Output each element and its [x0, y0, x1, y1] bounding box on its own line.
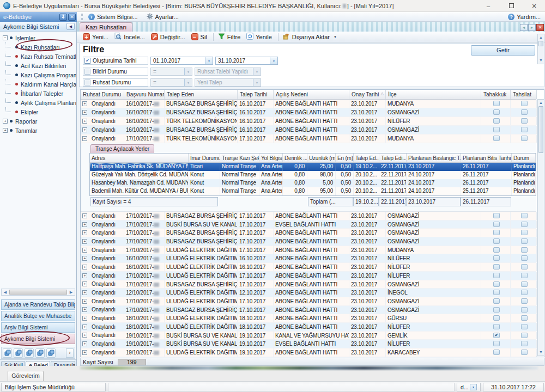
- delete-button[interactable]: − Sil: [190, 33, 210, 41]
- checkbox-unchecked-icon[interactable]: [84, 69, 90, 75]
- column-header[interactable]: Onay Tarihi△: [349, 90, 386, 99]
- tab-scroll-right-icon[interactable]: ►: [528, 24, 536, 31]
- detail-column-header[interactable]: Adres: [90, 154, 189, 162]
- scroll-up-icon[interactable]: ▲: [538, 100, 544, 106]
- row-expand-icon[interactable]: −: [82, 136, 87, 141]
- table-row[interactable]: +Onaylandı16/10/2017-BURSAGAZ BURSA ŞEHİ…: [81, 126, 536, 134]
- collapse-left-icon[interactable]: ◀: [66, 23, 75, 30]
- table-row[interactable]: +Onaylandı17/10/2017-BURSAGAZ BURSA ŞEHİ…: [81, 280, 536, 289]
- module-cube-icon[interactable]: [35, 348, 45, 358]
- edit-button[interactable]: Değiştir...: [149, 33, 189, 41]
- detail-column-header[interactable]: Tranşe Kazı Şekli: [220, 154, 259, 162]
- tahakkuk-checkbox[interactable]: [493, 213, 500, 218]
- sidebar-close-icon[interactable]: ✕: [68, 14, 76, 21]
- table-row[interactable]: +Onaylandı16/10/2017-BURSAGAZ BURSA ŞEHİ…: [81, 108, 536, 117]
- column-header[interactable]: Ruhsat Durumu: [81, 90, 124, 99]
- row-expand-icon[interactable]: +: [82, 324, 87, 329]
- tahakkuk-checkbox[interactable]: [493, 127, 500, 132]
- date-from-combo[interactable]: 01.10.2017 ▼: [150, 57, 213, 65]
- tahsilat-checkbox[interactable]: [521, 230, 528, 235]
- module-cube-icon[interactable]: [3, 348, 12, 358]
- scroll-up-icon[interactable]: ▲: [538, 34, 544, 41]
- tahsilat-checkbox[interactable]: [521, 281, 528, 287]
- row-expand-icon[interactable]: +: [82, 299, 87, 304]
- tahakkuk-checkbox[interactable]: [493, 264, 500, 270]
- tahsilat-checkbox[interactable]: [521, 213, 528, 218]
- tree-item[interactable]: Aylık Çalışma Planları: [3, 98, 76, 107]
- tahakkuk-checkbox[interactable]: [493, 255, 500, 261]
- table-row[interactable]: +Onaylandı17/10/2017-BURSAGAZ BURSA ŞEHİ…: [81, 229, 536, 237]
- export-button[interactable]: Dışarıya Aktar ▼: [281, 32, 340, 41]
- tahakkuk-checkbox[interactable]: ✔: [493, 333, 500, 338]
- sidebar-panel-item[interactable]: Analitik Bütçe ve Muhasebe: [1, 311, 75, 321]
- row-expand-icon[interactable]: +: [82, 119, 87, 124]
- tahakkuk-checkbox[interactable]: [493, 341, 500, 346]
- detail-column-header[interactable]: Derinlik ...: [283, 154, 307, 162]
- scroll-right-icon[interactable]: ▶: [68, 290, 75, 295]
- table-row[interactable]: −Onaylandı17/10/2017-TÜRK TELEKOMÜNİKASY…: [81, 134, 536, 143]
- dropdown-icon[interactable]: ▼: [270, 57, 277, 64]
- minimize-button[interactable]: –: [483, 1, 494, 11]
- detail-column-header[interactable]: İmar Durumu: [189, 154, 220, 162]
- column-header[interactable]: Açılış Nedeni: [274, 90, 349, 99]
- detail-column-header[interactable]: Yol Bilgisi: [259, 154, 283, 162]
- tree-item[interactable]: −İşlemler: [3, 33, 76, 42]
- filter-button[interactable]: Filtre: [216, 33, 244, 41]
- tahsilat-checkbox[interactable]: [521, 247, 528, 253]
- tree-expander-icon[interactable]: +: [3, 128, 8, 133]
- sidebar-panel-item[interactable]: Aykome Bilgi Sistemi: [1, 334, 75, 344]
- sidebar-panel-item[interactable]: Ajanda ve Randevu Takip Bilgi Siste: [1, 299, 75, 310]
- tahsilat-checkbox[interactable]: [521, 290, 528, 295]
- tahsilat-checkbox[interactable]: [521, 324, 528, 329]
- detail-column-header[interactable]: Talep Edi...: [379, 154, 407, 162]
- column-header[interactable]: İlçe: [386, 90, 481, 99]
- tahsilat-checkbox[interactable]: [521, 222, 528, 227]
- row-expand-icon[interactable]: +: [82, 256, 87, 261]
- tahsilat-checkbox[interactable]: [521, 238, 528, 244]
- inspect-button[interactable]: İncele...: [113, 32, 148, 41]
- table-row[interactable]: +Onaylandı16/10/2017-ULUDAĞ ELEKTRİK DAĞ…: [81, 254, 536, 263]
- tahsilat-checkbox[interactable]: [521, 264, 528, 270]
- column-header[interactable]: Talep Eden: [165, 90, 238, 99]
- dropdown-icon[interactable]: ▼: [470, 384, 477, 390]
- detail-row[interactable]: Halitpaşa Mah. Fabrika Sk. MUDANYA / BU.…: [90, 163, 536, 171]
- tree-item[interactable]: Kazı Ruhsatları: [3, 42, 76, 52]
- checkbox-unchecked-icon[interactable]: [84, 79, 90, 85]
- dropdown-icon[interactable]: ▼: [205, 57, 213, 64]
- detail-column-header[interactable]: Uzunluk (m): [307, 154, 336, 162]
- tree-item[interactable]: Kazı Ruhsatı Teminatları: [3, 52, 76, 61]
- column-header[interactable]: Tahakkuk: [481, 90, 511, 99]
- tahsilat-checkbox[interactable]: [521, 307, 528, 313]
- row-expand-icon[interactable]: +: [82, 273, 87, 278]
- row-expand-icon[interactable]: +: [82, 341, 87, 346]
- tasks-tab[interactable]: Görevlerim: [8, 371, 44, 381]
- tahsilat-checkbox[interactable]: [521, 333, 528, 338]
- row-expand-icon[interactable]: +: [82, 307, 87, 312]
- module-cube-icon[interactable]: [46, 348, 56, 358]
- scroll-down-icon[interactable]: ▼: [538, 349, 544, 356]
- sidebar-horizontal-scrollbar[interactable]: ◀ ▶: [1, 289, 75, 296]
- tahakkuk-checkbox[interactable]: [493, 118, 500, 124]
- tahsilat-checkbox[interactable]: [521, 127, 528, 132]
- filter-scrollbar[interactable]: ▲ ▼: [537, 34, 544, 64]
- tree-item[interactable]: İhbarlar/ Talepler: [3, 89, 76, 98]
- menu-help[interactable]: ? Yardım...: [508, 14, 541, 20]
- table-row[interactable]: +Onaylandı19/10/2017-BUSKİ BURSA SU VE K…: [81, 332, 536, 340]
- table-row[interactable]: +Onaylandı19/10/2017-ULUDAĞ ELEKTRİK DAĞ…: [81, 348, 536, 357]
- module-cube-icon[interactable]: [14, 348, 23, 358]
- table-row[interactable]: +Onaylandı17/10/2017-ULUDAĞ ELEKTRİK DAĞ…: [81, 272, 536, 280]
- detail-column-header[interactable]: Planlanan Baslangic T...: [407, 154, 461, 162]
- row-expand-icon[interactable]: +: [82, 248, 87, 253]
- tahsilat-checkbox[interactable]: [521, 341, 528, 346]
- row-expand-icon[interactable]: +: [82, 350, 87, 355]
- column-header[interactable]: Tahsilat: [511, 90, 537, 99]
- get-button[interactable]: Getir: [471, 45, 535, 56]
- scrollbar-thumb[interactable]: [538, 106, 543, 153]
- detail-column-header[interactable]: Planlanan Bitis Tarihi: [461, 154, 512, 162]
- tahsilat-checkbox[interactable]: [521, 273, 528, 278]
- tahakkuk-checkbox[interactable]: [493, 230, 500, 235]
- row-expand-icon[interactable]: +: [82, 230, 87, 235]
- row-expand-icon[interactable]: +: [82, 127, 87, 132]
- checkbox-checked-icon[interactable]: ✔: [84, 58, 90, 64]
- sidebar-panel-item[interactable]: Arşiv Bilgi Sistemi: [1, 322, 75, 333]
